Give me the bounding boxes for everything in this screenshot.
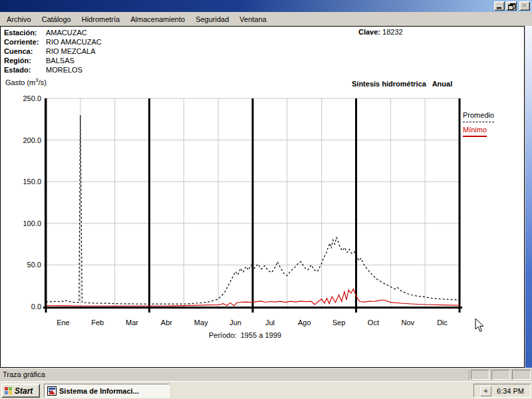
close-button[interactable]: ✕ [519, 1, 530, 11]
start-label: Start [15, 386, 33, 396]
month-label: Mar [126, 319, 138, 327]
y-axis [45, 98, 46, 309]
month-label: Feb [91, 319, 104, 327]
legend-minimo: Mínimo [463, 126, 487, 137]
status-panel [491, 370, 510, 380]
region-value: BALSAS [46, 57, 74, 65]
station-row: Corriente:RIO AMACUZAC [4, 37, 102, 47]
menu-seguridad[interactable]: Seguridad [190, 14, 234, 25]
tray-chevron-button[interactable]: « [480, 386, 491, 396]
x-axis [43, 307, 462, 309]
y-tick-label: 0.0 [31, 303, 41, 311]
chart-title: Síntesis hidrométrica Anual [352, 80, 452, 88]
estado-label: Estado: [4, 65, 46, 74]
status-panel [471, 370, 489, 380]
menu-archivo[interactable]: Archivo [1, 14, 37, 25]
close-icon: ✕ [522, 2, 527, 9]
window-controls: ✕ [493, 1, 530, 11]
minimize-icon [497, 7, 501, 9]
month-label: Oct [368, 319, 379, 327]
y-axis-title: Gasto (m3/s) [5, 77, 47, 86]
period-caption: Período: 1955 a 1999 [209, 331, 281, 339]
quarter-line [148, 98, 150, 313]
status-text: Traza gráfica [3, 370, 45, 378]
month-label: Jul [265, 319, 275, 327]
background-edge-strip [525, 26, 532, 368]
app-icon [47, 386, 57, 396]
y-tick-label: 150.0 [23, 178, 41, 186]
month-label: Abr [161, 319, 172, 327]
station-row: Región:BALSAS [4, 56, 102, 65]
legend-promedio: Promedio [463, 111, 494, 122]
station-info: Estación:AMACUZAC Corriente:RIO AMACUZAC… [4, 28, 102, 74]
clave-label: Clave: [358, 28, 380, 36]
clave-value: 18232 [382, 28, 403, 36]
station-label: Estación: [4, 28, 46, 37]
station-value: AMACUZAC [46, 29, 87, 37]
cuenca-label: Cuenca: [4, 47, 46, 56]
taskbar-task-sistema[interactable]: Sistema de Informaci... [44, 384, 170, 398]
tray-clock: 6:34 PM [497, 387, 524, 395]
menu-hidrometria[interactable]: Hidrometría [76, 14, 125, 25]
month-label: Jun [229, 319, 241, 327]
quarter-line [355, 98, 357, 313]
month-label: Sep [332, 319, 346, 327]
menu-ventana[interactable]: Ventana [234, 14, 271, 25]
document-area: Estación:AMACUZAC Corriente:RIO AMACUZAC… [0, 26, 525, 368]
taskbar: Start Sistema de Informaci... « 6:34 PM [0, 381, 532, 399]
start-button[interactable]: Start [1, 384, 40, 398]
y-tick-label: 250.0 [23, 94, 41, 102]
minimize-button[interactable] [494, 1, 505, 11]
corriente-label: Corriente: [4, 37, 46, 47]
window-titlebar[interactable]: Sistema de Información de Aguas Superfic… [0, 0, 532, 12]
status-panel [512, 370, 531, 380]
status-divider [469, 370, 470, 380]
menu-almacenamiento[interactable]: Almacenamiento [125, 14, 190, 25]
estado-value: MORELOS [46, 66, 82, 74]
station-row: Estado:MORELOS [4, 65, 102, 74]
status-bar: Traza gráfica [0, 368, 532, 381]
month-label: May [194, 319, 208, 327]
menu-bar: Archivo Catálogo Hidrometría Almacenamie… [0, 12, 532, 26]
hydrograph-chart: 0.050.0100.0150.0200.0250.0EneFebMarAbrM… [1, 93, 496, 346]
month-label: Dic [437, 319, 448, 327]
y-tick-label: 50.0 [27, 261, 41, 269]
y-tick-label: 100.0 [23, 219, 41, 227]
windows-logo-icon [5, 387, 13, 395]
system-tray: « 6:34 PM [473, 384, 531, 398]
clave-field: Clave: 18232 [358, 28, 403, 36]
task-label: Sistema de Informaci... [59, 387, 139, 395]
quarter-line [252, 98, 254, 313]
restore-button[interactable] [506, 1, 517, 11]
desktop-screen: Sistema de Información de Aguas Superfic… [0, 0, 532, 399]
cuenca-value: RIO MEZCALA [46, 47, 96, 55]
station-row: Estación:AMACUZAC [4, 28, 102, 37]
quarter-line [459, 98, 461, 313]
month-label: Ago [298, 319, 311, 327]
month-label: Nov [401, 319, 414, 327]
station-row: Cuenca:RIO MEZCALA [4, 47, 102, 56]
region-label: Región: [4, 56, 46, 65]
menu-catalogo[interactable]: Catálogo [37, 14, 76, 25]
y-tick-label: 200.0 [23, 136, 41, 144]
month-label: Ene [57, 319, 70, 327]
mouse-cursor [475, 318, 485, 332]
corriente-value: RIO AMACUZAC [46, 38, 102, 46]
